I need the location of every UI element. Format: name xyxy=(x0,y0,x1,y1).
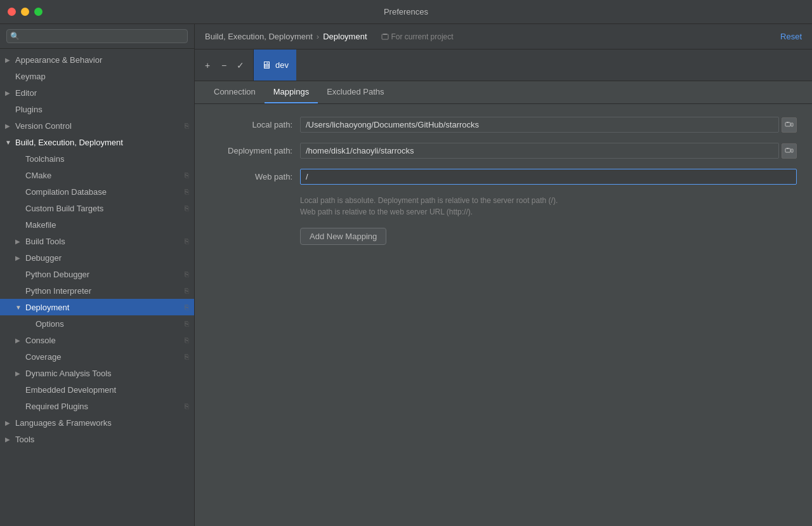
sidebar-item-version-control[interactable]: ▶ Version Control ⎘ xyxy=(0,117,194,134)
tab-label: Connection xyxy=(214,87,256,96)
arrow-icon: ▼ xyxy=(15,304,25,311)
copy-icon: ⎘ xyxy=(185,287,189,294)
local-path-label: Local path: xyxy=(210,120,292,129)
check-server-button[interactable]: ✓ xyxy=(233,58,248,73)
sidebar-item-label: Build Tools xyxy=(25,237,65,246)
reset-button[interactable]: Reset xyxy=(780,32,802,41)
sidebar-item-makefile[interactable]: Makefile xyxy=(0,216,194,233)
sidebar-item-dynamic-analysis[interactable]: ▶ Dynamic Analysis Tools xyxy=(0,365,194,381)
server-toolbar: + − ✓ xyxy=(195,49,254,81)
sidebar-item-coverage[interactable]: Coverage ⎘ xyxy=(0,348,194,365)
sidebar-item-keymap[interactable]: Keymap xyxy=(0,68,194,84)
tab-mappings[interactable]: Mappings xyxy=(265,81,318,103)
sidebar-item-toolchains[interactable]: Toolchains xyxy=(0,150,194,167)
server-item-dev[interactable]: 🖥 dev xyxy=(254,49,296,81)
svg-rect-4 xyxy=(791,123,793,126)
sidebar-item-required-plugins[interactable]: Required Plugins ⎘ xyxy=(0,398,194,414)
sidebar-item-editor[interactable]: ▶ Editor xyxy=(0,84,194,101)
sidebar-item-console[interactable]: ▶ Console ⎘ xyxy=(0,332,194,348)
sidebar-item-debugger[interactable]: ▶ Debugger xyxy=(0,249,194,266)
remove-server-button[interactable]: − xyxy=(216,58,232,73)
sidebar-item-build-tools[interactable]: ▶ Build Tools ⎘ xyxy=(0,233,194,249)
tab-label: Excluded Paths xyxy=(327,87,384,96)
web-path-label: Web path: xyxy=(210,172,292,181)
local-path-input[interactable] xyxy=(300,117,779,133)
sidebar-item-python-interpreter[interactable]: Python Interpreter ⎘ xyxy=(0,282,194,299)
tab-connection[interactable]: Connection xyxy=(205,81,265,103)
sidebar-item-cmake[interactable]: CMake ⎘ xyxy=(0,167,194,183)
window-title: Preferences xyxy=(384,7,428,16)
svg-rect-2 xyxy=(785,122,790,126)
deployment-path-input[interactable] xyxy=(300,143,779,159)
local-path-browse-button[interactable] xyxy=(782,117,797,133)
content-area: Local path: Deployment path: xyxy=(195,104,812,526)
browse-icon xyxy=(785,121,794,129)
project-scope-label: For current project xyxy=(381,32,454,41)
sidebar-item-label: Deployment xyxy=(25,303,69,312)
arrow-icon: ▶ xyxy=(5,436,15,443)
web-path-input[interactable] xyxy=(300,169,797,185)
sidebar-item-label: Options xyxy=(36,319,64,329)
copy-icon: ⎘ xyxy=(185,402,189,410)
sidebar-item-languages[interactable]: ▶ Languages & Frameworks xyxy=(0,414,194,431)
copy-icon: ⎘ xyxy=(185,237,189,245)
sidebar-item-label: Tools xyxy=(15,435,34,444)
arrow-icon: ▶ xyxy=(5,56,15,63)
local-path-row: Local path: xyxy=(210,117,797,133)
copy-icon: ⎘ xyxy=(185,122,189,129)
window-controls xyxy=(8,8,43,16)
tab-excluded-paths[interactable]: Excluded Paths xyxy=(318,81,393,103)
sidebar-item-label: Languages & Frameworks xyxy=(15,418,112,428)
arrow-icon: ▶ xyxy=(15,238,25,245)
sidebar-item-appearance[interactable]: ▶ Appearance & Behavior xyxy=(0,51,194,68)
copy-icon: ⎘ xyxy=(185,171,189,179)
sidebar-tree: ▶ Appearance & Behavior Keymap ▶ Editor … xyxy=(0,49,194,526)
deployment-path-label: Deployment path: xyxy=(210,146,292,155)
sidebar-item-label: Compilation Database xyxy=(25,187,107,197)
svg-rect-3 xyxy=(787,122,789,123)
add-server-button[interactable]: + xyxy=(200,58,215,73)
arrow-icon: ▶ xyxy=(5,419,15,426)
web-path-row: Web path: xyxy=(210,169,797,185)
sidebar-item-options[interactable]: Options ⎘ xyxy=(0,315,194,332)
add-mapping-button[interactable]: Add New Mapping xyxy=(300,228,386,245)
svg-rect-6 xyxy=(787,148,789,149)
server-icon: 🖥 xyxy=(261,60,272,71)
arrow-icon: ▶ xyxy=(15,370,25,377)
sidebar-item-embedded-dev[interactable]: Embedded Development xyxy=(0,381,194,398)
copy-icon: ⎘ xyxy=(185,188,189,195)
server-name: dev xyxy=(275,60,289,70)
close-button[interactable] xyxy=(8,8,16,16)
sidebar-item-label: Plugins xyxy=(15,105,43,114)
sidebar-item-python-debugger[interactable]: Python Debugger ⎘ xyxy=(0,266,194,282)
sidebar-item-label: CMake xyxy=(25,171,51,180)
svg-rect-0 xyxy=(382,34,388,39)
maximize-button[interactable] xyxy=(34,8,43,16)
web-path-input-wrap xyxy=(300,169,797,185)
sidebar-item-label: Python Interpreter xyxy=(25,286,91,296)
deployment-path-browse-button[interactable] xyxy=(782,143,797,159)
search-wrap: 🔍 xyxy=(6,29,188,43)
sidebar-item-compilation-db[interactable]: Compilation Database ⎘ xyxy=(0,183,194,200)
browse-icon xyxy=(785,147,794,155)
sidebar-item-label: Debugger xyxy=(25,253,62,263)
sidebar-item-build-execution[interactable]: ▼ Build, Execution, Deployment xyxy=(0,134,194,150)
sidebar-item-plugins[interactable]: Plugins xyxy=(0,101,194,117)
sidebar-item-custom-build[interactable]: Custom Build Targets ⎘ xyxy=(0,200,194,216)
main-layout: 🔍 ▶ Appearance & Behavior Keymap ▶ Edito… xyxy=(0,24,812,526)
svg-rect-5 xyxy=(785,148,790,152)
svg-rect-7 xyxy=(791,149,793,152)
copy-icon: ⎘ xyxy=(185,303,189,311)
sidebar-item-label: Editor xyxy=(15,88,37,98)
breadcrumb-separator: › xyxy=(317,32,319,41)
breadcrumb-current: Deployment xyxy=(323,32,367,41)
minimize-button[interactable] xyxy=(21,8,29,16)
search-input[interactable] xyxy=(6,29,188,43)
search-icon: 🔍 xyxy=(10,32,20,41)
sidebar-item-label: Python Debugger xyxy=(25,270,89,279)
sidebar-item-deployment[interactable]: ▼ Deployment ⎘ xyxy=(0,299,194,315)
sidebar-item-label: Keymap xyxy=(15,72,46,81)
local-path-input-wrap xyxy=(300,117,797,133)
sidebar-item-tools[interactable]: ▶ Tools xyxy=(0,431,194,447)
arrow-icon: ▶ xyxy=(5,89,15,96)
